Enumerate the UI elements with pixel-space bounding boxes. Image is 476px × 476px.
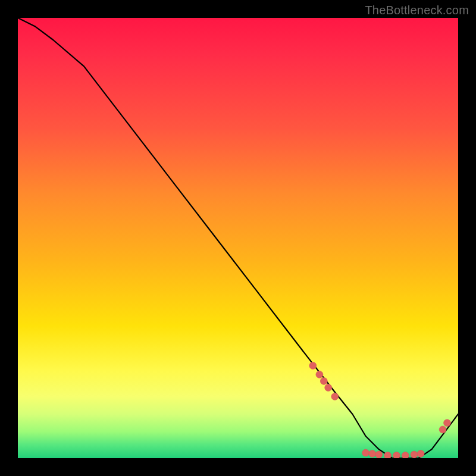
bottleneck-curve [18, 18, 458, 458]
chart-overlay [18, 18, 458, 458]
curve-marker [444, 419, 451, 427]
chart-frame: TheBottleneck.com [0, 0, 476, 476]
curve-marker [384, 452, 392, 458]
curve-marker [402, 452, 409, 458]
curve-marker [362, 449, 369, 456]
watermark-text: TheBottleneck.com [365, 4, 469, 17]
curve-marker [411, 451, 418, 458]
curve-marker [331, 393, 339, 400]
curve-marker [325, 384, 332, 392]
curve-marker [369, 450, 376, 458]
curve-marker [393, 452, 400, 458]
curve-marker [320, 378, 327, 385]
curve-marker [316, 371, 323, 378]
curve-marker [417, 450, 424, 458]
curve-markers [309, 362, 451, 458]
curve-marker [309, 362, 317, 369]
curve-marker [439, 426, 446, 433]
curve-marker [375, 451, 383, 458]
